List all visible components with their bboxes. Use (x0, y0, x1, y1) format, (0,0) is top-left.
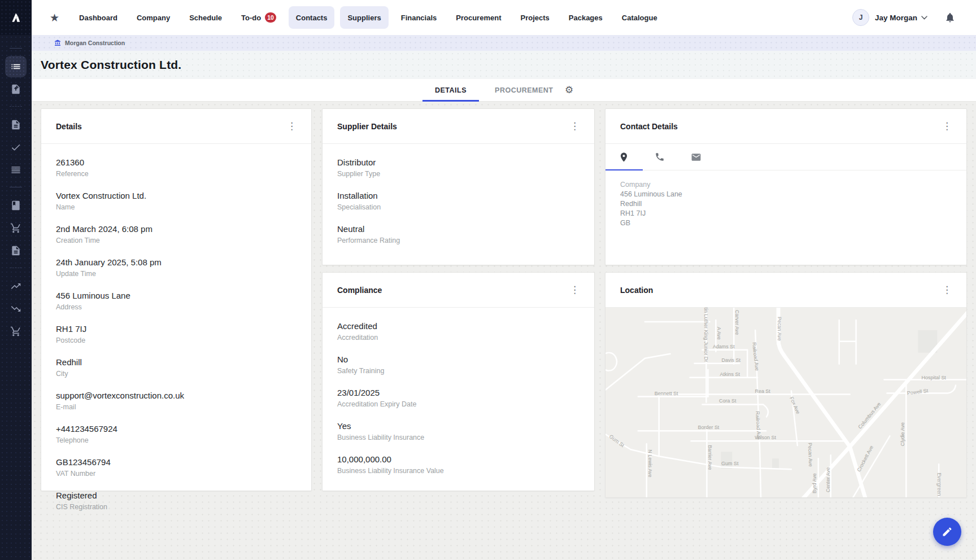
nav-item-todo[interactable]: To-do 10 (232, 6, 286, 29)
street-label: Cora St (719, 398, 737, 404)
tab-procurement[interactable]: PROCUREMENT (482, 79, 565, 102)
book-icon (10, 200, 21, 211)
kebab-menu-icon[interactable]: ⋮ (940, 284, 954, 296)
compliance-card: Compliance ⋮ Accredited Accreditation No… (322, 272, 595, 491)
field-vat-number: GB123456794 VAT Number (56, 457, 297, 478)
field-value: No (337, 354, 580, 365)
sidebar-item-rows[interactable] (5, 159, 27, 181)
contact-tab-phone[interactable] (642, 144, 678, 170)
card-title: Details (56, 122, 82, 131)
phone-icon (655, 152, 665, 162)
field-accreditation: Accredited Accreditation (337, 321, 580, 342)
contact-tab-email[interactable] (678, 144, 714, 170)
nav-item-company[interactable]: Company (127, 6, 180, 29)
field-label: E-mail (56, 403, 297, 412)
main-nav: Dashboard Company Schedule To-do 10 Cont… (69, 0, 667, 35)
street-label: Gum St (721, 461, 739, 466)
field-label: Business Liability Insurance (337, 433, 580, 442)
location-card: Location ⋮ (605, 272, 967, 498)
kebab-menu-icon[interactable]: ⋮ (568, 284, 582, 296)
street-label: Carver Ave (734, 310, 740, 335)
field-value: 23/01/2025 (337, 387, 580, 398)
breadcrumb-label: Morgan Construction (65, 40, 125, 46)
address-line: 456 Luminous Lane (620, 190, 952, 199)
sidebar-divider (10, 187, 22, 187)
page-title: Vortex Construction Ltd. (41, 58, 181, 72)
card-title: Contact Details (620, 122, 678, 131)
field-label: Address (56, 303, 297, 312)
chevron-down-icon (921, 16, 927, 20)
sidebar-item-purchases[interactable] (5, 321, 27, 342)
contact-address-block: Company 456 Luminous Lane Redhill RH1 7I… (605, 170, 966, 238)
field-value: GB123456794 (56, 457, 297, 467)
address-heading: Company (620, 180, 952, 190)
document-icon (10, 245, 21, 256)
contact-tab-address[interactable] (605, 144, 642, 170)
kebab-menu-icon[interactable]: ⋮ (285, 120, 299, 132)
address-line: Redhill (620, 199, 952, 209)
field-value: Neutral (337, 224, 580, 234)
field-name: Vortex Construction Ltd. Name (56, 190, 297, 212)
sidebar-item-cart[interactable] (5, 217, 27, 239)
check-icon (10, 142, 21, 153)
field-performance-rating: Neutral Performance Rating (337, 224, 580, 245)
edit-fab-button[interactable] (933, 518, 961, 546)
document-icon (10, 119, 21, 130)
tab-settings-gear-icon[interactable]: ⚙ (565, 84, 573, 96)
app-logo-icon (7, 9, 24, 26)
field-email: support@vortexconstruction.co.uk E-mail (56, 390, 297, 412)
notifications-bell-icon[interactable] (944, 12, 956, 23)
bank-icon (54, 40, 61, 46)
field-value: RH1 7IJ (56, 323, 297, 334)
field-value: Redhill (56, 357, 297, 368)
field-value: 456 Luminous Lane (56, 290, 297, 301)
field-value: 24th January 2025, 5:08 pm (56, 257, 297, 268)
kebab-menu-icon[interactable]: ⋮ (940, 120, 954, 132)
street-label: Evergreen Ave (936, 473, 942, 497)
sidebar-item-documents[interactable] (5, 114, 27, 135)
sidebar-item-list[interactable] (5, 56, 27, 77)
nav-item-suppliers[interactable]: Suppliers (340, 6, 388, 29)
street-label: Pecan Ave (807, 443, 813, 467)
nav-item-catalogue[interactable]: Catalogue (612, 6, 667, 29)
breadcrumb: Morgan Construction (32, 35, 976, 51)
field-cis-registration: Registered CIS Registration (56, 490, 297, 511)
field-label: Update Time (56, 269, 297, 278)
kebab-menu-icon[interactable]: ⋮ (568, 120, 582, 132)
field-accreditation-expiry: 23/01/2025 Accreditation Expiry Date (337, 387, 580, 409)
nav-item-procurement[interactable]: Procurement (446, 6, 511, 29)
sidebar-item-book[interactable] (5, 195, 27, 216)
sidebar-item-file-import[interactable] (5, 78, 27, 100)
field-value: Installation (337, 190, 580, 201)
sidebar-item-approvals[interactable] (5, 137, 27, 158)
cart-icon (10, 222, 21, 234)
map[interactable]: Martin Luther King Junior Dr Carver Ave … (605, 308, 966, 497)
sidebar-item-sales[interactable] (5, 275, 27, 297)
active-tab-underline (605, 169, 643, 170)
nav-item-financials[interactable]: Financials (391, 6, 447, 29)
user-menu[interactable]: J Jay Morgan (852, 9, 927, 26)
nav-item-contacts[interactable]: Contacts (289, 6, 335, 29)
nav-item-packages[interactable]: Packages (559, 6, 612, 29)
sidebar-item-costs[interactable] (5, 298, 27, 320)
street-label: Barrier Ave (707, 445, 713, 470)
street-label: Clydie Ave (900, 422, 905, 446)
favorites-star-icon[interactable]: ★ (50, 11, 59, 24)
sidebar-item-invoices[interactable] (5, 240, 27, 261)
nav-item-todo-label: To-do (241, 14, 261, 22)
field-label: Telephone (56, 436, 297, 445)
street-label: Atkins St (720, 371, 740, 377)
field-liability-insurance: Yes Business Liability Insurance (337, 421, 580, 442)
breadcrumb-company[interactable]: Morgan Construction (54, 40, 125, 46)
field-label: Reference (56, 169, 297, 178)
sidebar-divider (10, 48, 22, 49)
nav-item-projects[interactable]: Projects (511, 6, 559, 29)
tab-details[interactable]: DETAILS (422, 79, 479, 102)
field-label: Safety Training (337, 366, 580, 375)
nav-item-dashboard[interactable]: Dashboard (69, 6, 127, 29)
field-label: Performance Rating (337, 236, 580, 245)
app-logo[interactable] (0, 0, 32, 35)
nav-item-schedule[interactable]: Schedule (180, 6, 232, 29)
field-value: Registered (56, 490, 297, 501)
field-supplier-type: Distributor Supplier Type (337, 157, 580, 178)
